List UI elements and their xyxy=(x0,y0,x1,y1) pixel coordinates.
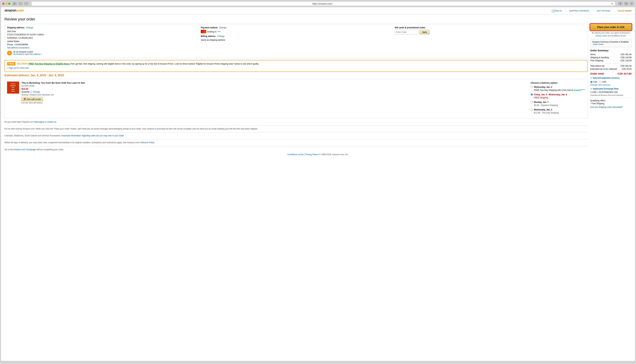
tax-label: Estimated tax to be collected: xyxy=(590,68,617,70)
payment-method-col: Payment method Change ending in •••• Bil… xyxy=(201,26,391,56)
shipping-phone: Phone: +14245296998 xyxy=(7,43,197,46)
homepage-link[interactable]: Amazon.com homepage xyxy=(14,148,36,151)
shipping-costs-link[interactable]: How are shipping costs calculated? xyxy=(590,106,622,108)
close-window-dot[interactable] xyxy=(3,2,5,5)
help-pages-link[interactable]: Help pages xyxy=(34,121,44,123)
step-place-order: PLACE ORDER xyxy=(618,10,631,12)
new-tab-button[interactable]: ⧉ xyxy=(624,2,628,6)
conditions-of-use-footer-link[interactable]: Conditions of Use xyxy=(287,153,304,156)
free-badge: FREE xyxy=(7,62,15,66)
delivery-radio-1[interactable] xyxy=(531,86,533,88)
usd-radio[interactable] xyxy=(599,81,601,83)
privacy-notice-footer-link[interactable]: Privacy Notice xyxy=(305,153,319,156)
signup-link[interactable]: » Sign up for a free trial xyxy=(7,67,29,69)
shipping-label: Shipping & handling: xyxy=(590,56,609,59)
gift-cards-section: Gift cards & promotional codes Apply xyxy=(395,26,585,56)
gift-code-input[interactable] xyxy=(395,30,419,34)
footer-divider-4 xyxy=(5,146,587,146)
items-value: CZK 381.40 xyxy=(620,53,631,56)
qualifying-item: - Free Shipping xyxy=(590,102,631,105)
order-agree-text: By placing your order, you agree to Amaz… xyxy=(590,32,631,37)
back-button[interactable]: ‹ xyxy=(18,2,23,6)
delivery-radio-4[interactable] xyxy=(531,108,533,111)
minimize-window-dot[interactable] xyxy=(5,2,8,5)
footer-tax-text: Colorado, Oklahoma, South Dakota and Ver… xyxy=(5,134,587,137)
tax-link[interactable]: Important information regarding sales ta… xyxy=(62,134,124,137)
exchange-rate-title: Applicable Exchange Rate xyxy=(590,88,631,90)
shipping-street: 17224 S FIGUEROA ST SUITE # A8041 xyxy=(7,33,197,36)
copyright-text: © 1996-2018, Amazon.com, Inc. xyxy=(319,153,349,156)
selected-payment-title: Selected payment currency xyxy=(590,77,631,79)
delivery-option-1: Wednesday, Jan. 2 FREE Two-Day Shipping … xyxy=(531,86,585,92)
czk-option: CZK xyxy=(590,80,597,83)
free-shipping-link[interactable]: FREE Two-Day Shipping on Eligible Items: xyxy=(29,63,70,65)
qualifying-divider xyxy=(590,98,631,98)
delivery-radio-2[interactable] xyxy=(531,94,533,96)
step-gift-link[interactable]: GIFT OPTIONS xyxy=(597,10,610,12)
learn-more-link[interactable]: Learn more xyxy=(593,43,603,46)
maximize-window-dot[interactable] xyxy=(8,2,10,5)
summary-total-row: Order total: CZK 417,60 xyxy=(590,71,631,75)
order-info-box: Shipping address Change John Doe 17224 S… xyxy=(5,24,587,58)
payment-change-link[interactable]: Change xyxy=(219,26,226,29)
other-gift-options: and see other gift options xyxy=(22,102,528,104)
footer-help-text: Do you need help? Explore our Help pages… xyxy=(5,120,587,124)
product-price: $15.91 xyxy=(22,88,528,90)
contact-us-link[interactable]: contact us xyxy=(47,121,56,123)
currency-converter-text: Amazon Currency Converter is Enabled. xyxy=(592,41,629,43)
amazon-locker: A Or try Amazon Locker 20 locations near… xyxy=(7,51,197,56)
billing-address-heading: Billing address Change xyxy=(201,35,391,38)
czk-label: CZK xyxy=(593,81,597,83)
conditions-of-use-link[interactable]: conditions of use. xyxy=(611,35,626,37)
step-gift[interactable]: GIFT OPTIONS xyxy=(597,10,610,12)
browser-traffic-lights xyxy=(3,2,10,5)
place-order-button[interactable]: Place your order in CZK xyxy=(590,24,631,30)
product-row: THIS IS MARKET- ING SETH GODIN This Is M… xyxy=(7,82,585,116)
step-signin[interactable]: SIGN IN xyxy=(554,10,562,12)
change-card-currency-link[interactable]: (Change card currency) xyxy=(590,84,631,86)
add-gift-receipt-button[interactable]: 🎁 Add a gift receipt xyxy=(22,97,43,101)
credit-card-icon xyxy=(201,30,206,33)
address-bar[interactable]: https://amazon.com/ ↻ xyxy=(32,2,615,6)
shipping-city: GARDENA, CA 90248-3023 xyxy=(7,36,197,40)
product-section: THIS IS MARKET- ING SETH GODIN This Is M… xyxy=(5,79,587,118)
returns-policy-link[interactable]: Returns Policy xyxy=(141,141,154,144)
share-button[interactable]: ⬆ xyxy=(618,2,622,6)
checkout-steps: SIGN IN › SHIPPING & PAYMENT › GIFT OPTI… xyxy=(554,10,631,12)
before-tax-label: Total before tax: xyxy=(590,65,605,67)
locker-locations-link[interactable]: 20 locations near this address xyxy=(13,53,41,56)
delivery-radio-3[interactable] xyxy=(531,101,533,103)
shipping-country: United States xyxy=(7,40,197,43)
sidebar-toggle-button[interactable]: ⊟ xyxy=(12,2,17,6)
main-layout: Shipping address Change John Doe 17224 S… xyxy=(5,24,631,151)
czk-radio[interactable] xyxy=(590,81,592,83)
privacy-notice-link[interactable]: privacy notice xyxy=(596,35,607,37)
step-shipping-link[interactable]: SHIPPING & PAYMENT xyxy=(569,10,589,12)
payment-method-display: ending in •••• xyxy=(201,30,391,33)
order-summary: Order Summary Items: CZK 381.40 Shipping… xyxy=(590,49,631,75)
apply-button[interactable]: Apply xyxy=(420,30,429,34)
usd-option: USD xyxy=(599,80,606,83)
right-sidebar: Place your order in CZK By placing your … xyxy=(590,24,631,151)
delivery-badge: DELIVERY xyxy=(17,62,28,65)
card-suffix: •••• xyxy=(217,30,220,33)
items-label: Items: xyxy=(590,53,596,56)
add-tab-button[interactable]: + xyxy=(630,2,633,6)
order-summary-title: Order Summary xyxy=(590,49,631,52)
step-signin-link[interactable]: SIGN IN xyxy=(554,10,562,12)
billing-change-link[interactable]: Change xyxy=(217,35,224,38)
gift-card-input-row: Apply xyxy=(395,30,585,34)
summary-free-shipping-row: Free Shipping: -CZK 143.59 xyxy=(590,60,631,62)
delivery-instructions-link[interactable]: Add delivery instructions xyxy=(7,46,29,49)
left-section: Shipping address Change John Doe 17224 S… xyxy=(5,24,587,151)
step-shipping[interactable]: SHIPPING & PAYMENT xyxy=(569,10,589,12)
reload-button[interactable]: ↻ xyxy=(611,2,613,5)
delivery-option-2: Friday, Jan. 4 - Wednesday, Jan. 9 FREE … xyxy=(531,93,585,99)
shipping-name: John Doe xyxy=(7,30,197,33)
shipping-change-link[interactable]: Change xyxy=(26,26,33,29)
qualifying-label: Qualifying offers: xyxy=(590,100,631,102)
summary-before-tax-row: Total before tax: CZK 381.40 xyxy=(590,65,631,67)
quantity-change-link[interactable]: Change xyxy=(33,91,40,93)
forward-button[interactable]: › xyxy=(24,2,29,6)
amazon-logo: amazon.com ⌒⌒⌒⌒⌒⌒ xyxy=(5,8,24,13)
